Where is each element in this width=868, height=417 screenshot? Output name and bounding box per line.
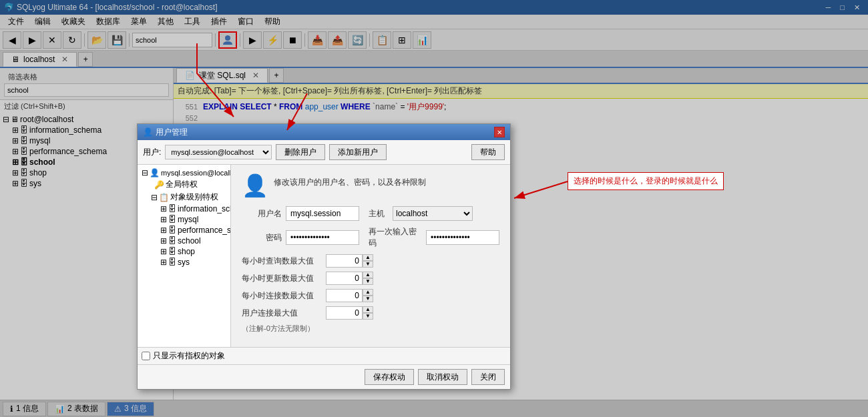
username-label: 用户名 bbox=[242, 208, 282, 220]
user-select-label: 用户: bbox=[143, 147, 161, 158]
dialog-tree-user-label: mysql.session@localhost bbox=[161, 169, 231, 177]
save-button[interactable]: 保存权动 bbox=[365, 369, 414, 385]
dialog-tree-db-sys-label: sys bbox=[178, 258, 190, 267]
dialog-tree-db-info-label: information_schema bbox=[178, 204, 231, 214]
show-privileged-checkbox[interactable] bbox=[142, 352, 150, 360]
limit-input-4[interactable] bbox=[326, 306, 363, 320]
help-button[interactable]: 帮助 bbox=[471, 144, 505, 160]
host-label: 主机 bbox=[369, 208, 389, 220]
dialog-user-icon-small: 👤 bbox=[143, 127, 153, 137]
limit-spinner-3: ▲ ▼ bbox=[326, 289, 373, 302]
delete-user-button[interactable]: 删除用户 bbox=[276, 144, 325, 160]
dialog-tree-db-shop-icon: 🗄 bbox=[168, 247, 176, 256]
dialog-tree-db-mysql[interactable]: ⊞ 🗄 mysql bbox=[159, 214, 228, 225]
dialog-right-header: 👤 修改该用户的用户名、密码，以及各种限制 bbox=[242, 173, 499, 198]
confirm-label: 再一次输入密码 bbox=[369, 226, 422, 249]
dialog-body: ⊟ 👤 mysql.session@localhost 🔑 全局特权 ⊟ 📋 对… bbox=[138, 165, 510, 347]
limit-input-3[interactable] bbox=[326, 289, 363, 302]
form-row-password: 密码 再一次输入密码 bbox=[242, 226, 499, 249]
limit-label-3: 每小时连接数最大值 bbox=[242, 290, 322, 302]
dialog-tree-global-expand bbox=[151, 180, 153, 189]
password-label: 密码 bbox=[242, 232, 282, 244]
dialog-tree-db-school[interactable]: ⊞ 🗄 school bbox=[159, 236, 228, 246]
dialog-tree-global-label: 全局特权 bbox=[166, 179, 198, 190]
add-user-button[interactable]: 添加新用户 bbox=[329, 144, 387, 160]
dialog-tree-obj-icon: 📋 bbox=[159, 193, 169, 202]
limit-input-1[interactable] bbox=[326, 254, 363, 268]
dialog-tree-db-school-label: school bbox=[178, 236, 201, 246]
limit-label-1: 每小时查询数最大值 bbox=[242, 256, 322, 267]
checkbox-row: 只显示有指权的对象 bbox=[138, 347, 510, 364]
dialog-tree-db-perf-icon: 🗄 bbox=[168, 226, 176, 235]
form-row-username: 用户名 主机 localhost % bbox=[242, 206, 499, 221]
dialog-close-button[interactable]: ✕ bbox=[494, 127, 505, 137]
spinner-up-4[interactable]: ▲ bbox=[363, 306, 373, 313]
dialog-tree-db-info-expand: ⊞ bbox=[160, 204, 167, 214]
limit-spinner-2: ▲ ▼ bbox=[326, 272, 373, 285]
dialog-tree-db-shop[interactable]: ⊞ 🗄 shop bbox=[159, 246, 228, 257]
spinner-btns-3: ▲ ▼ bbox=[363, 289, 373, 302]
form-row-limit-1: 每小时查询数最大值 ▲ ▼ bbox=[242, 254, 499, 268]
dialog-tree-obj-label: 对象级别特权 bbox=[170, 191, 218, 203]
dialog-left-tree: ⊟ 👤 mysql.session@localhost 🔑 全局特权 ⊟ 📋 对… bbox=[138, 165, 231, 347]
dialog-tree-obj-expand: ⊟ bbox=[151, 193, 158, 202]
dialog-tree-user-expand: ⊟ bbox=[142, 168, 148, 177]
spinner-up-2[interactable]: ▲ bbox=[363, 272, 373, 278]
limit-spinner-4: ▲ ▼ bbox=[326, 306, 373, 320]
limit-label-4: 用户连接最大值 bbox=[242, 308, 322, 319]
dialog-tree-db-list: ⊞ 🗄 information_schema ⊞ 🗄 mysql ⊞ 🗄 per… bbox=[150, 203, 228, 268]
dialog-tree-db-mysql-label: mysql bbox=[178, 215, 198, 224]
dialog-tree-global-icon: 🔑 bbox=[154, 180, 164, 189]
dialog-tree-db-shop-label: shop bbox=[178, 247, 195, 256]
spinner-up-3[interactable]: ▲ bbox=[363, 289, 373, 296]
show-privileged-label: 只显示有指权的对象 bbox=[153, 350, 225, 362]
annotation-text: 选择的时候是什么，登录的时候就是什么 bbox=[574, 176, 718, 185]
host-select[interactable]: localhost % bbox=[393, 206, 473, 221]
spinner-btns-4: ▲ ▼ bbox=[363, 306, 373, 320]
spinner-down-1[interactable]: ▼ bbox=[363, 261, 373, 268]
dialog-tree-db-sys[interactable]: ⊞ 🗄 sys bbox=[159, 257, 228, 268]
password-input[interactable] bbox=[286, 230, 359, 245]
spinner-btns-2: ▲ ▼ bbox=[363, 272, 373, 285]
dialog-desc: 修改该用户的用户名、密码，以及各种限制 bbox=[274, 173, 426, 188]
dialog-note: （注解-0方法无限制） bbox=[242, 324, 499, 334]
spinner-btns-1: ▲ ▼ bbox=[363, 254, 373, 268]
spinner-up-1[interactable]: ▲ bbox=[363, 254, 373, 261]
cancel-button[interactable]: 取消权动 bbox=[418, 369, 467, 385]
dialog-tree-user[interactable]: ⊟ 👤 mysql.session@localhost bbox=[140, 167, 228, 178]
form-row-limit-4: 用户连接最大值 ▲ ▼ bbox=[242, 306, 499, 320]
dialog-tree-db-info-icon: 🗄 bbox=[168, 204, 176, 214]
form-row-limit-3: 每小时连接数最大值 ▲ ▼ bbox=[242, 289, 499, 302]
dialog-footer: 保存权动 取消权动 关闭 bbox=[138, 364, 510, 389]
dialog-tree-obj-priv[interactable]: ⊟ 📋 对象级别特权 bbox=[150, 191, 228, 203]
dialog-title-bar: 👤 用户管理 ✕ bbox=[138, 124, 510, 140]
dialog-tree-db-mysql-expand: ⊞ bbox=[160, 215, 167, 224]
dialog-tree-db-perf[interactable]: ⊞ 🗄 performance_schema bbox=[159, 225, 228, 236]
spinner-down-4[interactable]: ▼ bbox=[363, 313, 373, 320]
dialog-toolbar: 用户: mysql.session@localhost root@localho… bbox=[138, 140, 510, 165]
dialog-tree-user-children: 🔑 全局特权 ⊟ 📋 对象级别特权 ⊞ 🗄 information_schema bbox=[140, 178, 228, 268]
user-large-icon: 👤 bbox=[242, 173, 268, 198]
dialog-tree-user-icon: 👤 bbox=[150, 168, 160, 177]
dialog-tree-db-school-expand: ⊞ bbox=[160, 236, 167, 246]
spinner-down-2[interactable]: ▼ bbox=[363, 278, 373, 285]
dialog-tree-global-priv[interactable]: 🔑 全局特权 bbox=[150, 178, 228, 191]
dialog-title-left: 👤 用户管理 bbox=[143, 127, 188, 138]
dialog-title-text: 用户管理 bbox=[156, 127, 188, 138]
limit-spinner-1: ▲ ▼ bbox=[326, 254, 373, 268]
dialog-tree-db-school-icon: 🗄 bbox=[168, 236, 176, 246]
annotation-box: 选择的时候是什么，登录的时候就是什么 bbox=[568, 172, 724, 190]
dialog-tree-db-sys-expand: ⊞ bbox=[160, 258, 167, 267]
dialog-tree-db-info[interactable]: ⊞ 🗄 information_schema bbox=[159, 203, 228, 214]
dialog-tree-db-mysql-icon: 🗄 bbox=[168, 215, 176, 224]
dialog-tree-db-perf-label: performance_schema bbox=[178, 226, 231, 235]
username-input[interactable] bbox=[286, 206, 359, 221]
user-select[interactable]: mysql.session@localhost root@localhost bbox=[165, 145, 272, 159]
user-mgmt-dialog: 👤 用户管理 ✕ 用户: mysql.session@localhost roo… bbox=[137, 123, 511, 390]
close-button[interactable]: 关闭 bbox=[471, 369, 505, 385]
dialog-tree-db-perf-expand: ⊞ bbox=[160, 226, 167, 235]
form-row-limit-2: 每小时更新数最大值 ▲ ▼ bbox=[242, 272, 499, 285]
limit-input-2[interactable] bbox=[326, 272, 363, 285]
spinner-down-3[interactable]: ▼ bbox=[363, 296, 373, 302]
confirm-input[interactable] bbox=[426, 230, 499, 245]
